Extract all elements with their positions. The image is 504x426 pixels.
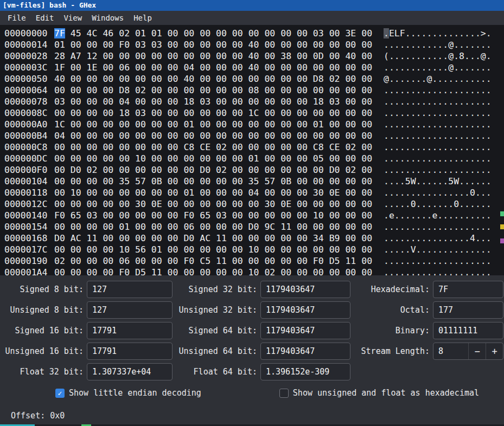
hex-row[interactable]: 0000003C1F 00 1E 00 06 00 00 00 04 00 00… [0, 62, 504, 73]
hex-row[interactable]: 0000015400 00 00 00 01 00 00 00 06 00 00… [0, 221, 504, 233]
conversions-grid: Signed 8 bit: Signed 32 bit: Hexadecimal… [3, 281, 504, 380]
stream-length-stepper: 8 − + [433, 343, 503, 360]
hex-row[interactable]: 0000012C00 00 00 00 00 30 0E 00 00 00 00… [0, 198, 504, 210]
float-32-bit-label: Float 32 bit: [3, 367, 84, 377]
unsigned-32-bit-field[interactable] [260, 301, 350, 319]
octal-label: Octal: [354, 305, 430, 315]
unsigned-64-bit-label: Unsigned 64 bit: [176, 346, 257, 356]
unsigned-16-bit-field[interactable] [87, 343, 173, 360]
hex-row[interactable]: 00000140F0 65 03 00 00 00 00 00 F0 65 03… [0, 210, 504, 221]
hex-row[interactable]: 000000C800 00 00 00 00 00 00 00 C8 CE 02… [0, 141, 504, 153]
menu-help[interactable]: Help [129, 11, 157, 25]
float-32-bit-field[interactable] [87, 363, 173, 380]
ascii-cursor: . [384, 28, 389, 38]
signed-8-bit-field[interactable] [87, 281, 173, 298]
float-64-bit-field[interactable] [260, 363, 350, 380]
offset-status: Offset: 0x0 [11, 411, 65, 421]
stream-length-label: Stream Length: [354, 346, 430, 356]
stream-length-value[interactable]: 8 [433, 346, 468, 356]
window-title: [vm-files] bash - GHex [3, 1, 96, 9]
little-endian-label: Show little endian decoding [69, 388, 201, 398]
right-edge-artifact [500, 224, 504, 229]
unsigned-8-bit-label: Unsigned 8 bit: [3, 305, 84, 315]
hex-row[interactable]: 0000017C00 00 00 00 10 56 01 00 00 00 00… [0, 244, 504, 255]
hex-cursor: 7F [54, 28, 65, 38]
statusbar: Offset: 0x0 [3, 411, 504, 421]
hex-editor-view[interactable]: 000000007F 45 4C 46 02 01 01 00 00 00 00… [0, 25, 504, 275]
hex-row[interactable]: 0000019002 00 00 00 06 00 00 00 F0 C5 11… [0, 255, 504, 267]
hex-row[interactable]: 00000168D0 AC 11 00 00 00 00 00 D0 AC 11… [0, 233, 504, 244]
hex-row[interactable]: 0000002828 A7 12 00 00 00 00 00 00 00 00… [0, 50, 504, 62]
hex-row[interactable]: 0000007803 00 00 00 04 00 00 00 18 03 00… [0, 96, 504, 107]
right-edge-artifact [500, 238, 504, 243]
hex-rows: 000000007F 45 4C 46 02 01 01 00 00 00 00… [0, 28, 504, 275]
right-edge-artifact [500, 211, 504, 216]
hex-row[interactable]: 0000011800 10 00 00 00 00 00 00 01 00 00… [0, 187, 504, 198]
menu-view[interactable]: View [59, 11, 87, 25]
stream-length-decrement-button[interactable]: − [468, 343, 486, 359]
window-titlebar: [vm-files] bash - GHex [0, 0, 504, 11]
little-endian-checkbox[interactable] [55, 389, 65, 398]
hex-row[interactable]: 000000007F 45 4C 46 02 01 01 00 00 00 00… [0, 28, 504, 39]
hex-row[interactable]: 000000F000 D0 02 00 00 00 00 00 00 D0 02… [0, 164, 504, 176]
octal-field[interactable] [433, 301, 503, 319]
hex-row[interactable]: 0000008C00 00 00 00 18 03 00 00 00 00 00… [0, 107, 504, 119]
hex-row[interactable]: 0000006400 00 00 00 D8 02 00 00 00 00 00… [0, 85, 504, 96]
signed-16-bit-field[interactable] [87, 322, 173, 339]
unsigned-16-bit-label: Unsigned 16 bit: [3, 346, 84, 356]
unsigned-hex-label: Show unsigned and float as hexadecimal [293, 388, 479, 398]
signed-8-bit-label: Signed 8 bit: [3, 285, 84, 294]
hex-row[interactable]: 0000010400 00 00 00 35 57 0B 00 00 00 00… [0, 176, 504, 187]
float-64-bit-label: Float 64 bit: [176, 367, 257, 377]
signed-64-bit-field[interactable] [260, 322, 350, 339]
stream-length-increment-button[interactable]: + [486, 343, 503, 359]
hex-row[interactable]: 000000B404 00 00 00 00 00 00 00 00 00 00… [0, 130, 504, 141]
menubar: File Edit View Windows Help [0, 11, 504, 25]
menu-windows[interactable]: Windows [87, 11, 129, 25]
unsigned-hex-checkbox[interactable] [279, 389, 289, 398]
hex-row[interactable]: 000001A400 00 00 00 F0 D5 11 00 00 00 00… [0, 267, 504, 275]
hex-row[interactable]: 0000001401 00 00 00 F0 03 03 00 00 00 00… [0, 39, 504, 50]
hexadecimal-label: Hexadecimal: [354, 285, 430, 294]
menu-file[interactable]: File [3, 11, 31, 25]
hex-row[interactable]: 000000DC00 00 00 00 00 10 00 00 00 00 00… [0, 153, 504, 164]
unsigned-hex-option[interactable]: Show unsigned and float as hexadecimal [279, 388, 479, 398]
signed-32-bit-label: Signed 32 bit: [176, 285, 257, 294]
binary-label: Binary: [354, 326, 430, 335]
signed-16-bit-label: Signed 16 bit: [3, 326, 84, 335]
hexadecimal-field[interactable] [433, 281, 503, 298]
conversions-panel: Signed 8 bit: Signed 32 bit: Hexadecimal… [0, 275, 504, 421]
signed-64-bit-label: Signed 64 bit: [176, 326, 257, 335]
binary-field[interactable] [433, 322, 503, 339]
menu-edit[interactable]: Edit [31, 11, 59, 25]
unsigned-8-bit-field[interactable] [87, 301, 173, 319]
unsigned-32-bit-label: Unsigned 32 bit: [176, 305, 257, 315]
signed-32-bit-field[interactable] [260, 281, 350, 298]
decoding-options: Show little endian decoding Show unsigne… [3, 388, 504, 398]
hex-row[interactable]: 000000A01C 00 00 00 00 00 00 00 01 00 00… [0, 119, 504, 130]
little-endian-option[interactable]: Show little endian decoding [55, 388, 201, 398]
hex-row[interactable]: 0000005040 00 00 00 00 00 00 00 40 00 00… [0, 73, 504, 85]
unsigned-64-bit-field[interactable] [260, 343, 350, 360]
